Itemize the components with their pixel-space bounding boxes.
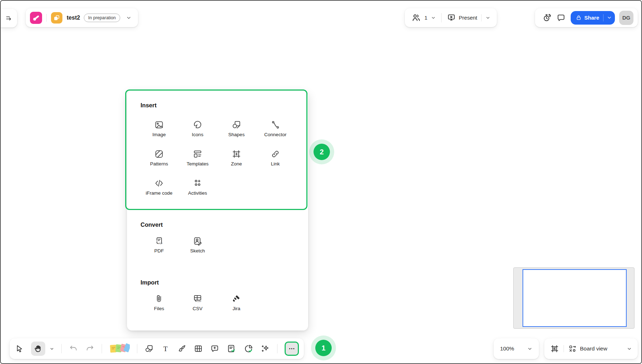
divider <box>61 344 62 353</box>
avatar[interactable]: DG <box>619 11 633 25</box>
menu-item-label: Patterns <box>150 161 168 166</box>
board-header-card: test2 In preparation <box>26 8 138 27</box>
hand-tool[interactable] <box>31 342 45 356</box>
divider <box>102 344 102 353</box>
comments-icon[interactable] <box>555 12 567 24</box>
share-button[interactable]: Share <box>571 11 615 25</box>
menu-item-pdf[interactable]: PDF PDF <box>140 236 178 253</box>
templates-tool[interactable] <box>226 344 236 354</box>
text-tool-glyph: T <box>163 345 168 353</box>
menu-item-label: CSV <box>193 306 203 311</box>
sidebar-expand-icon <box>5 14 13 22</box>
menu-item-jira[interactable]: Jira <box>217 294 256 311</box>
divider <box>46 14 47 22</box>
menu-item-image[interactable]: Image <box>140 120 178 137</box>
menu-item-activities[interactable]: Activities <box>178 178 217 196</box>
menu-item-label: Templates <box>187 161 209 166</box>
menu-item-connector[interactable]: Connector <box>256 120 295 137</box>
menu-item-shapes[interactable]: Shapes <box>217 120 256 137</box>
collaboration-card: 1 Present <box>405 8 497 27</box>
select-tool[interactable] <box>15 344 24 353</box>
undo-button[interactable] <box>69 344 78 353</box>
connector-icon <box>270 120 280 130</box>
miro-logo[interactable] <box>30 12 42 24</box>
more-tools-button[interactable] <box>285 342 299 356</box>
view-chevron-icon[interactable] <box>627 346 632 352</box>
menu-item-templates[interactable]: Templates <box>178 149 217 166</box>
timer-icon[interactable] <box>541 12 553 24</box>
import-section-title: Import <box>141 279 159 286</box>
present-chevron-icon[interactable] <box>485 15 490 20</box>
menu-item-zone[interactable]: Zone <box>217 149 256 166</box>
menu-item-label: Shapes <box>228 132 245 137</box>
status-badge[interactable]: In preparation <box>84 14 120 22</box>
activities-icon <box>193 178 203 188</box>
menu-item-csv[interactable]: CSV CSV <box>178 294 217 311</box>
image-icon <box>154 120 164 130</box>
view-switcher: Board view <box>544 338 638 359</box>
patterns-icon <box>154 149 164 159</box>
menu-item-label: Image <box>152 132 166 137</box>
shapes-tool[interactable] <box>144 344 154 353</box>
text-tool[interactable]: T <box>161 344 170 353</box>
divider <box>441 13 442 22</box>
menu-item-link[interactable]: Link <box>256 149 295 166</box>
frames-panel-icon[interactable] <box>550 344 559 353</box>
csv-table-icon: CSV <box>193 294 203 304</box>
menu-item-sketch[interactable]: Sketch <box>178 236 217 253</box>
menu-item-label: Activities <box>188 190 207 196</box>
table-tool[interactable] <box>194 344 203 353</box>
charts-tool[interactable] <box>244 344 254 354</box>
annotation-step-1: 1 <box>311 335 336 360</box>
zoom-chevron-icon[interactable] <box>527 346 533 352</box>
divider <box>137 344 137 353</box>
zoom-control[interactable]: 100% <box>494 338 539 359</box>
board-view-label[interactable]: Board view <box>580 345 607 352</box>
minimap-viewport-indicator[interactable] <box>523 269 627 327</box>
chevron-down-icon[interactable] <box>126 15 132 21</box>
zoom-level[interactable]: 100% <box>500 345 514 352</box>
project-frames-icon[interactable] <box>51 12 62 24</box>
redo-button[interactable] <box>85 344 95 353</box>
menu-item-iframe-code[interactable]: iFrame code <box>140 178 178 196</box>
annotation-step-2: 2 <box>309 139 334 164</box>
minimap-panel[interactable] <box>513 267 635 329</box>
divider <box>481 14 482 21</box>
ai-sparkle-tool[interactable] <box>261 344 270 353</box>
menu-item-label: Link <box>271 161 280 166</box>
csv-badge-text: CSV <box>197 300 202 302</box>
board-view-icon <box>568 344 577 353</box>
board-title[interactable]: test2 <box>67 15 80 21</box>
menu-item-label: Jira <box>233 306 240 311</box>
divider <box>603 14 603 21</box>
shapes-icon <box>231 120 241 130</box>
share-chevron-icon[interactable] <box>607 15 612 20</box>
menu-item-icons[interactable]: Icons <box>178 120 217 137</box>
miro-board-window: test2 In preparation 1 Prese <box>0 0 642 364</box>
jira-icon <box>231 294 241 304</box>
menu-item-label: Zone <box>231 161 242 166</box>
menu-item-label: Icons <box>192 132 203 137</box>
insert-section-title: Insert <box>141 102 157 109</box>
zone-icon <box>231 149 241 159</box>
comment-tool[interactable] <box>210 344 219 353</box>
menu-item-label: iFrame code <box>146 190 172 196</box>
convert-section-title: Convert <box>141 221 163 228</box>
code-icon <box>154 178 164 188</box>
menu-item-files[interactable]: Files <box>140 294 178 311</box>
pdf-icon: PDF <box>154 236 164 246</box>
collaborators-chevron-icon[interactable] <box>431 15 436 20</box>
insert-menu: Insert Image Icons Shapes <box>127 91 308 330</box>
sidebar-expand-button[interactable] <box>1 9 17 27</box>
collaborators-icon[interactable] <box>411 13 421 23</box>
paperclip-icon <box>154 294 164 304</box>
sticker-icon <box>193 120 203 130</box>
pen-tool[interactable] <box>177 344 187 353</box>
lock-icon <box>576 15 582 21</box>
present-button[interactable]: Present <box>459 15 477 21</box>
hand-tool-chevron-icon[interactable] <box>50 347 54 351</box>
menu-item-label: Connector <box>264 132 286 137</box>
annotation-step-1-number: 1 <box>315 340 332 356</box>
menu-item-patterns[interactable]: Patterns <box>140 149 178 166</box>
sticky-note-tool[interactable] <box>109 342 130 355</box>
